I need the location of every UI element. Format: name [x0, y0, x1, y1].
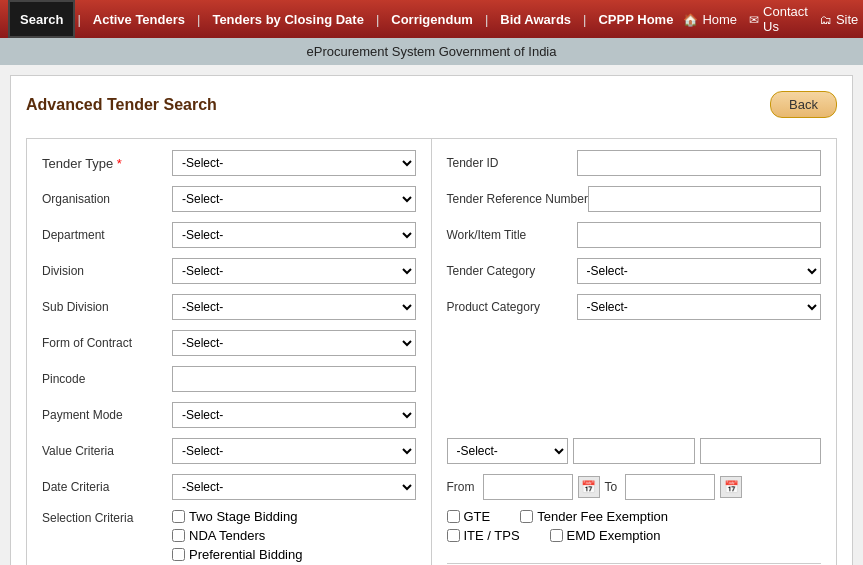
value-criteria-max-input[interactable]	[700, 438, 822, 464]
organisation-row: Organisation -Select-	[42, 185, 416, 213]
two-stage-bidding-checkbox[interactable]	[172, 510, 185, 523]
to-label: To	[605, 480, 618, 494]
nav-item-corrigendum[interactable]: Corrigendum	[381, 0, 483, 38]
tender-category-row: Tender Category -Select-	[447, 257, 822, 285]
preferential-bidding-checkbox[interactable]	[172, 548, 185, 561]
site-icon	[820, 12, 832, 27]
date-criteria-select[interactable]: -Select-	[172, 474, 416, 500]
sub-division-row: Sub Division -Select-	[42, 293, 416, 321]
emd-exemption-checkbox[interactable]	[550, 529, 563, 542]
form-left: Tender Type * -Select- Organisation -Sel…	[27, 139, 432, 565]
form-of-contract-select[interactable]: -Select-	[172, 330, 416, 356]
main-content: Advanced Tender Search Back Tender Type …	[10, 75, 853, 565]
nav-links: Search | Active Tenders | Tenders by Clo…	[8, 0, 683, 38]
nav-divider-2: |	[197, 12, 200, 27]
product-category-select[interactable]: -Select-	[577, 294, 822, 320]
date-criteria-row: Date Criteria -Select-	[42, 473, 416, 501]
from-label: From	[447, 480, 475, 494]
form-right: Tender ID Tender Reference Number Work/I…	[432, 139, 837, 565]
tender-id-row: Tender ID	[447, 149, 822, 177]
tender-ref-row: Tender Reference Number	[447, 185, 822, 213]
nda-tenders-checkbox[interactable]	[172, 529, 185, 542]
calendar-to-icon[interactable]: 📅	[720, 476, 742, 498]
required-marker: *	[117, 156, 122, 171]
nav-site-link[interactable]: Site	[820, 12, 858, 27]
selection-criteria-label: Selection Criteria	[42, 509, 172, 525]
value-criteria-right-row: -Select-	[447, 437, 822, 465]
sub-division-select[interactable]: -Select-	[172, 294, 416, 320]
search-form: Tender Type * -Select- Organisation -Sel…	[26, 138, 837, 565]
division-row: Division -Select-	[42, 257, 416, 285]
product-category-row: Product Category -Select-	[447, 293, 822, 321]
pincode-input[interactable]	[172, 366, 416, 392]
gte-checkbox[interactable]	[447, 510, 460, 523]
pincode-row: Pincode	[42, 365, 416, 393]
tender-id-label: Tender ID	[447, 156, 577, 170]
right-checkboxes: GTE Tender Fee Exemption ITE / TPS EMD E…	[447, 509, 822, 543]
tender-category-select[interactable]: -Select-	[577, 258, 822, 284]
form-of-contract-label: Form of Contract	[42, 336, 172, 350]
nav-item-search[interactable]: Search	[8, 0, 75, 38]
payment-mode-label: Payment Mode	[42, 408, 172, 422]
checkbox-ite-tps: ITE / TPS	[447, 528, 520, 543]
tender-ref-label: Tender Reference Number	[447, 192, 588, 206]
tender-type-label: Tender Type *	[42, 156, 172, 171]
checkbox-preferential: Preferential Bidding	[172, 547, 302, 562]
ite-tps-checkbox[interactable]	[447, 529, 460, 542]
nav-item-active-tenders[interactable]: Active Tenders	[83, 0, 195, 38]
checkbox-emd: EMD Exemption	[550, 528, 661, 543]
nav-right: Home Contact Us Site	[683, 4, 858, 34]
calendar-from-icon[interactable]: 📅	[578, 476, 600, 498]
date-to-input[interactable]	[625, 474, 715, 500]
date-from-input[interactable]	[483, 474, 573, 500]
nav-divider-1: |	[77, 12, 80, 27]
checkbox-gte: GTE	[447, 509, 491, 524]
tender-type-select[interactable]: -Select-	[172, 150, 416, 176]
nav-divider-3: |	[376, 12, 379, 27]
date-range-row: From 📅 To 📅	[447, 473, 822, 501]
product-category-label: Product Category	[447, 300, 577, 314]
pincode-label: Pincode	[42, 372, 172, 386]
tender-ref-input[interactable]	[588, 186, 821, 212]
value-criteria-min-input[interactable]	[573, 438, 695, 464]
value-criteria-right-select[interactable]: -Select-	[447, 438, 569, 464]
top-navigation: Search | Active Tenders | Tenders by Clo…	[0, 0, 863, 38]
department-row: Department -Select-	[42, 221, 416, 249]
tender-id-input[interactable]	[577, 150, 822, 176]
form-of-contract-row: Form of Contract -Select-	[42, 329, 416, 357]
sub-header: eProcurement System Government of India	[0, 38, 863, 65]
value-criteria-row: Value Criteria -Select-	[42, 437, 416, 465]
nav-divider-5: |	[583, 12, 586, 27]
selection-criteria-container: Selection Criteria Two Stage Bidding NDA…	[42, 509, 416, 562]
value-criteria-label: Value Criteria	[42, 444, 172, 458]
checkbox-tender-fee: Tender Fee Exemption	[520, 509, 668, 524]
checkbox-two-stage: Two Stage Bidding	[172, 509, 302, 524]
organisation-select[interactable]: -Select-	[172, 186, 416, 212]
back-button[interactable]: Back	[770, 91, 837, 118]
tender-category-label: Tender Category	[447, 264, 577, 278]
payment-mode-select[interactable]: -Select-	[172, 402, 416, 428]
date-criteria-label: Date Criteria	[42, 480, 172, 494]
nav-divider-4: |	[485, 12, 488, 27]
tender-type-row: Tender Type * -Select-	[42, 149, 416, 177]
nav-home-link[interactable]: Home	[683, 12, 737, 27]
work-item-input[interactable]	[577, 222, 822, 248]
department-select[interactable]: -Select-	[172, 222, 416, 248]
division-label: Division	[42, 264, 172, 278]
nav-contact-link[interactable]: Contact Us	[749, 4, 808, 34]
tender-fee-exemption-checkbox[interactable]	[520, 510, 533, 523]
nav-item-tenders-by-closing[interactable]: Tenders by Closing Date	[202, 0, 373, 38]
nav-item-cppp-home[interactable]: CPPP Home	[588, 0, 683, 38]
nav-item-bid-awards[interactable]: Bid Awards	[490, 0, 581, 38]
mail-icon	[749, 12, 759, 27]
organisation-label: Organisation	[42, 192, 172, 206]
checkbox-nda: NDA Tenders	[172, 528, 302, 543]
home-icon	[683, 12, 698, 27]
work-item-label: Work/Item Title	[447, 228, 577, 242]
sub-division-label: Sub Division	[42, 300, 172, 314]
payment-mode-row: Payment Mode -Select-	[42, 401, 416, 429]
value-criteria-select[interactable]: -Select-	[172, 438, 416, 464]
page-header: Advanced Tender Search Back	[26, 91, 837, 118]
page-title: Advanced Tender Search	[26, 96, 217, 114]
division-select[interactable]: -Select-	[172, 258, 416, 284]
